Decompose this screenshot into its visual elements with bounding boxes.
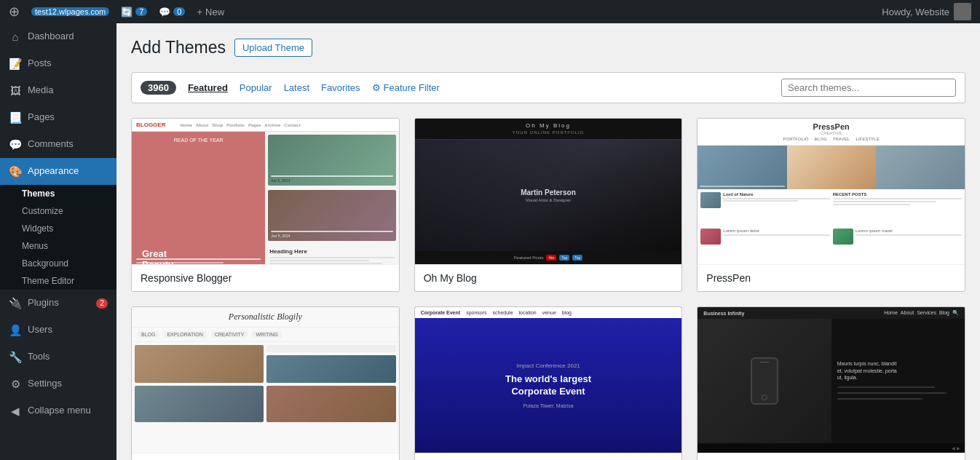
submenu-item-background[interactable]: Background [0, 255, 116, 272]
sidebar-item-appearance[interactable]: 🎨 Appearance [0, 158, 116, 185]
search-input[interactable] [781, 79, 956, 97]
submenu-item-customize[interactable]: Customize [0, 202, 116, 220]
admin-bar: ⊕ test12.wlpages.com 🔄 7 💬 0 New Howdy, … [0, 0, 980, 23]
theme-preview-corporate-event: Corporate Event sponsorsschedulelocation… [415, 307, 682, 453]
feature-filter-button[interactable]: ⚙ Feature Filter [372, 82, 440, 93]
submenu-item-themes[interactable]: Themes [0, 185, 116, 202]
theme-card-corporate-event[interactable]: Corporate Event sponsorsschedulelocation… [414, 306, 683, 460]
page-header: Add Themes Upload Theme [131, 38, 965, 58]
filter-popular[interactable]: Popular [240, 82, 272, 93]
wp-logo-icon[interactable]: ⊕ [9, 4, 20, 20]
sidebar-item-media[interactable]: 🖼 Media [0, 77, 116, 104]
comments-link[interactable]: 💬 0 [159, 7, 185, 17]
plugins-icon: 🔌 [9, 296, 22, 311]
pages-icon: 📃 [9, 110, 22, 125]
new-content-link[interactable]: New [197, 7, 224, 17]
main-content: Add Themes Upload Theme 3960 Featured Po… [116, 23, 980, 460]
appearance-submenu: Themes Customize Widgets Menus Backgroun… [0, 185, 116, 290]
theme-card-personalistic-blogily[interactable]: Personalistic Blogily BLOG EXPLORATION C… [131, 306, 400, 460]
avatar [954, 3, 971, 20]
sidebar-item-collapse[interactable]: ◀ Collapse menu [0, 397, 116, 424]
theme-preview-presspen: PressPen CREATIVE PORTFOLIOBLOGTRAVELLIF… [698, 119, 965, 264]
posts-icon: 📝 [9, 56, 22, 71]
updates-link[interactable]: 🔄 7 [121, 7, 147, 17]
upload-theme-button[interactable]: Upload Theme [234, 39, 312, 57]
submenu-item-menus[interactable]: Menus [0, 237, 116, 255]
theme-preview-oh-my-blog: Oh My BlogYOUR ONLINE PORTFOLIO Martin P… [415, 119, 682, 264]
howdy-menu[interactable]: Howdy, Website [882, 3, 971, 20]
sidebar: ⌂ Dashboard 📝 Posts 🖼 Media 📃 Pages 💬 Co… [0, 23, 116, 460]
filter-latest[interactable]: Latest [284, 82, 309, 93]
users-icon: 👤 [9, 322, 22, 338]
appearance-icon: 🎨 [9, 164, 22, 179]
theme-name-business-infinity: Business Infinity [698, 453, 965, 460]
theme-name-presspen: PressPen [698, 264, 965, 291]
theme-name-responsive-blogger: Responsive Blogger [132, 264, 399, 291]
site-name[interactable]: test12.wlpages.com [31, 7, 109, 16]
theme-card-responsive-blogger[interactable]: BLOGGER Home About Shop Portfolio Pages … [131, 118, 400, 292]
settings-icon: ⚙ [9, 376, 22, 392]
plugins-badge: 2 [96, 298, 108, 309]
theme-count: 3960 [141, 81, 176, 95]
sidebar-item-posts[interactable]: 📝 Posts [0, 50, 116, 77]
submenu-item-widgets[interactable]: Widgets [0, 220, 116, 237]
submenu-item-theme-editor[interactable]: Theme Editor [0, 272, 116, 290]
sidebar-item-settings[interactable]: ⚙ Settings [0, 370, 116, 397]
sidebar-item-plugins[interactable]: 🔌 Plugins 2 [0, 290, 116, 317]
themes-grid: BLOGGER Home About Shop Portfolio Pages … [131, 118, 965, 460]
filter-favorites[interactable]: Favorites [321, 82, 360, 93]
filter-featured[interactable]: Featured [188, 82, 228, 93]
theme-name-corporate-event: Corporate Event [415, 453, 682, 460]
dashboard-icon: ⌂ [9, 29, 22, 44]
theme-name-personalistic-blogily: Personalistic Blogily [132, 453, 399, 460]
theme-card-business-infinity[interactable]: Business Infinity HomeAboutServicesBlog … [697, 306, 965, 460]
sidebar-item-users[interactable]: 👤 Users [0, 317, 116, 344]
media-icon: 🖼 [9, 83, 22, 98]
theme-preview-responsive-blogger: BLOGGER Home About Shop Portfolio Pages … [132, 119, 399, 264]
sidebar-item-comments[interactable]: 💬 Comments [0, 131, 116, 158]
theme-name-oh-my-blog: Oh My Blog [415, 264, 682, 291]
sidebar-item-tools[interactable]: 🔧 Tools [0, 344, 116, 370]
tools-icon: 🔧 [9, 349, 22, 365]
comments-icon: 💬 [9, 137, 22, 152]
theme-preview-personalistic-blogily: Personalistic Blogily BLOG EXPLORATION C… [132, 307, 399, 453]
collapse-icon: ◀ [9, 403, 22, 419]
theme-card-presspen[interactable]: PressPen CREATIVE PORTFOLIOBLOGTRAVELLIF… [697, 118, 965, 292]
gear-icon: ⚙ [372, 82, 381, 93]
sidebar-item-pages[interactable]: 📃 Pages [0, 104, 116, 131]
theme-card-oh-my-blog[interactable]: Oh My BlogYOUR ONLINE PORTFOLIO Martin P… [414, 118, 683, 292]
page-title: Add Themes [131, 38, 226, 58]
filter-bar: 3960 Featured Popular Latest Favorites ⚙… [131, 72, 965, 103]
theme-preview-business-infinity: Business Infinity HomeAboutServicesBlog … [698, 307, 965, 453]
sidebar-item-dashboard[interactable]: ⌂ Dashboard [0, 23, 116, 50]
